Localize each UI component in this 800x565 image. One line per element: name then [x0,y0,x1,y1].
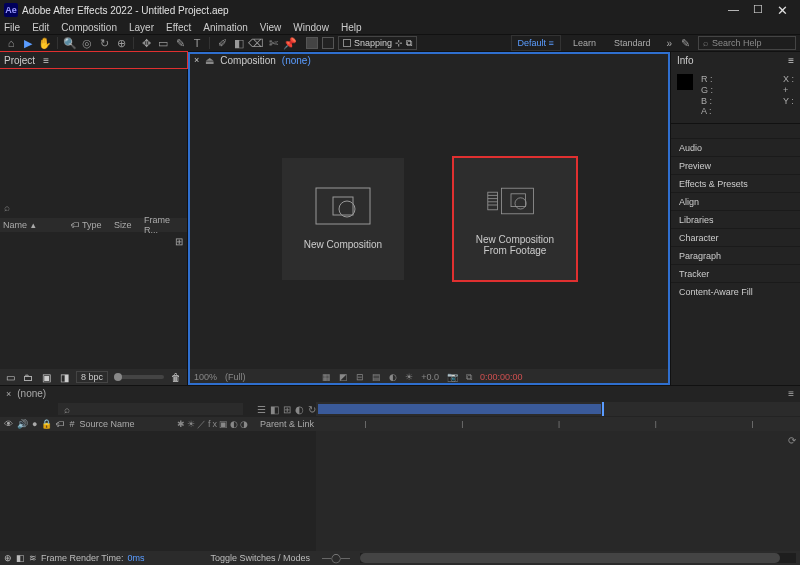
timeline-scrollbar[interactable] [360,553,796,563]
panel-audio[interactable]: Audio [671,138,800,156]
shy-icon[interactable]: ⊕ [4,553,12,563]
mask-icon[interactable]: ◩ [339,372,348,382]
comp-zoom[interactable]: 100% [194,372,217,382]
info-tab-label[interactable]: Info [677,55,694,66]
project-col-type[interactable]: Type [82,220,112,230]
flowchart-icon[interactable]: ⊞ [175,236,183,366]
guides-icon[interactable]: ⊟ [356,372,364,382]
tl-opt2-icon[interactable]: ◧ [270,404,279,415]
anchor-tool-icon[interactable]: ✥ [139,36,153,50]
snapping-toggle[interactable]: Snapping ⊹ ⧉ [338,36,417,50]
camera-tool-icon[interactable]: ⊕ [114,36,128,50]
menu-window[interactable]: Window [293,22,329,33]
snapshot-icon[interactable]: 📷 [447,372,458,382]
menu-layer[interactable]: Layer [129,22,154,33]
new-composition-button[interactable]: New Composition [282,158,404,280]
panel-tracker[interactable]: Tracker [671,264,800,282]
panel-effects-presets[interactable]: Effects & Presets [671,174,800,192]
tl-opt5-icon[interactable]: ↻ [308,404,316,415]
lock-col-icon[interactable]: 🔒 [41,419,52,429]
timeline-graph[interactable]: ⟳ [316,431,800,551]
timeline-menu-icon[interactable]: ≡ [788,388,794,399]
menu-view[interactable]: View [260,22,282,33]
timeline-search-input[interactable]: ⌕ [58,403,243,415]
snapping-opt2-icon[interactable]: ⧉ [406,38,412,49]
new-comp-icon[interactable]: ▣ [40,371,52,383]
zoom-slider[interactable] [114,375,164,379]
roto-tool-icon[interactable]: ✄ [266,36,280,50]
maximize-button[interactable]: ☐ [753,3,763,18]
panel-paragraph[interactable]: Paragraph [671,246,800,264]
graph-cycle-icon[interactable]: ⟳ [788,435,796,446]
menu-file[interactable]: File [4,22,20,33]
tag-icon[interactable]: 🏷 [71,220,80,230]
close-button[interactable]: ✕ [777,3,788,18]
trash-icon[interactable]: 🗑 [170,371,182,383]
puppet-tool-icon[interactable]: 📌 [283,36,297,50]
toggle-switches-button[interactable]: Toggle Switches / Modes [210,553,316,563]
swatch2-icon[interactable] [322,37,334,49]
pen-tool-icon[interactable]: ✎ [173,36,187,50]
panel-menu-icon[interactable]: ≡ [43,55,49,66]
brush-tool-icon[interactable]: ✐ [215,36,229,50]
rotate-tool-icon[interactable]: ↻ [97,36,111,50]
source-name-col[interactable]: Source Name [79,419,173,429]
grid-icon[interactable]: ▦ [322,372,331,382]
eraser-tool-icon[interactable]: ⌫ [249,36,263,50]
panel-character[interactable]: Character [671,228,800,246]
info-menu-icon[interactable]: ≡ [788,55,794,66]
workspace-standard[interactable]: Standard [608,36,657,50]
comp-x-icon[interactable]: × [194,55,199,65]
menu-animation[interactable]: Animation [203,22,247,33]
project-search-input[interactable]: ⌕ [4,202,183,214]
sort-asc-icon[interactable]: ▴ [31,220,36,230]
panel-libraries[interactable]: Libraries [671,210,800,228]
interpret-icon[interactable]: ▭ [4,371,16,383]
solo-col-icon[interactable]: ● [32,419,37,429]
project-col-size[interactable]: Size [114,220,142,230]
project-panel-tab[interactable]: Project ≡ [0,52,187,68]
channel-icon[interactable]: ◐ [389,372,397,382]
menu-effect[interactable]: Effect [166,22,191,33]
comp-quality[interactable]: (Full) [225,372,246,382]
region-icon[interactable]: ⧉ [466,372,472,383]
comp-lock-icon[interactable]: ⏏ [205,55,214,66]
comp-fps[interactable]: +0.0 [421,372,439,382]
selection-tool-icon[interactable]: ▶ [21,36,35,50]
tl-x-icon[interactable]: × [6,389,11,399]
panel-content-aware-fill[interactable]: Content-Aware Fill [671,282,800,300]
timeline-layers[interactable] [0,431,316,551]
menu-help[interactable]: Help [341,22,362,33]
tag-col-icon[interactable]: 🏷 [56,419,65,429]
text-tool-icon[interactable]: T [190,36,204,50]
swatch-icon[interactable] [306,37,318,49]
panel-preview[interactable]: Preview [671,156,800,174]
timeline-ruler[interactable] [316,402,800,416]
workspace-default[interactable]: Default ≡ [511,35,561,51]
new-folder-icon[interactable]: 🗀 [22,371,34,383]
workspace-more-icon[interactable]: » [666,38,672,49]
rect-tool-icon[interactable]: ▭ [156,36,170,50]
motion-blur-icon[interactable]: ≋ [29,553,37,563]
playhead[interactable] [602,402,604,416]
view-icon[interactable]: ▤ [372,372,381,382]
project-col-name[interactable]: Name [3,220,27,230]
hand-tool-icon[interactable]: ✋ [38,36,52,50]
zoom-tool-icon[interactable]: 🔍 [63,36,77,50]
tl-opt4-icon[interactable]: ◐ [295,404,304,415]
new-comp-from-footage-button[interactable]: New Composition From Footage [454,158,576,280]
frame-blend-icon[interactable]: ◧ [16,553,25,563]
comp-time[interactable]: 0:00:00:00 [480,372,523,382]
workspace-learn[interactable]: Learn [567,36,602,50]
search-help-input[interactable]: ⌕ Search Help [698,36,796,50]
tl-opt3-icon[interactable]: ⊞ [283,404,291,415]
parent-link-col[interactable]: Parent & Link [260,419,316,429]
menu-edit[interactable]: Edit [32,22,49,33]
home-tool-icon[interactable]: ⌂ [4,36,18,50]
bpc-button[interactable]: 8 bpc [76,371,108,383]
eye-col-icon[interactable]: 👁 [4,419,13,429]
workspace-edit-icon[interactable]: ✎ [678,36,692,50]
panel-align[interactable]: Align [671,192,800,210]
tl-opt1-icon[interactable]: ☰ [257,404,266,415]
menu-composition[interactable]: Composition [61,22,117,33]
